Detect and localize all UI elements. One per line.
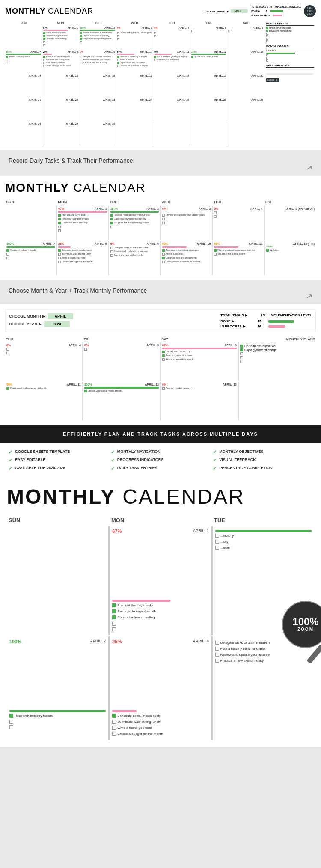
cal-cell-apr17: APRIL, 17 [116,74,153,97]
zcell-apr3: 0% APRIL, 3 Review and update your caree… [161,206,212,240]
cal-cell-empty [116,122,153,145]
goal-checkbox[interactable] [266,57,268,59]
cal-cell-apr2: 100% APRIL, 2 Practice meditation or min… [79,26,116,49]
task-checkbox[interactable] [80,38,82,40]
task-checkbox[interactable] [43,41,45,43]
calendar-grid-row5: APRIL, 28 APRIL, 29 APRIL, 30 [5,122,264,145]
cal-cell-apr29: APRIL, 29 [42,122,79,145]
partial-grid: 0% APRIL, 4 0% APRIL, 5 67% [5,342,316,381]
goal-checkbox[interactable] [266,59,268,62]
large-checkbox[interactable] [215,534,219,538]
cal-cell-apr23: APRIL, 23 [79,98,116,121]
plan-checkbox[interactable] [266,38,268,40]
large-grid-row2: 100% APRIL, 7 Research industry trends 2… [7,636,314,740]
cal-cell-empty [227,122,264,145]
large-checkbox[interactable] [215,641,219,645]
cal-cell-apr20: APRIL, 20 [227,74,264,97]
task-checkbox[interactable] [80,35,82,37]
feature-item-9: ✓ PERCENTAGE COMPLETION [213,466,312,471]
task-checkbox[interactable] [43,32,45,34]
large-zoom-section: MONTHLY CALENDAR SUN MON TUE 67% APRIL, … [0,478,321,747]
large-checkbox[interactable] [112,627,116,631]
large-checkbox[interactable] [9,714,13,718]
large-title: MONTHLY CALENDAR [7,485,314,508]
large-checkbox[interactable] [215,540,219,544]
plan-checkbox[interactable] [266,35,268,37]
plan-checkbox[interactable] [266,27,268,29]
large-day-headers: SUN MON TUE [7,515,314,525]
zcell-apr10: 50% APRIL, 10 Brainstorm marketing strat… [161,241,212,275]
large-checkbox[interactable] [112,609,116,613]
pcell-apr4: 0% APRIL, 4 [5,342,82,381]
calendar-controls: CHOOSE MONTH ▶ APRIL TOTAL TASKS ▶ 29 IM… [205,6,301,17]
plan-checkbox[interactable] [240,360,243,363]
cal-cell-apr26: APRIL, 26 [190,98,227,121]
large-checkbox[interactable] [112,714,116,718]
large-bar [9,710,106,712]
large-checkbox[interactable] [215,659,219,663]
plan-checkbox[interactable] [240,352,243,355]
zcell-empty [5,206,56,240]
controls-bar: CHOOSE MONTH ▶ APRIL CHOOSE YEAR ▶ 2024 … [5,309,316,332]
zoom-circle: 100% ZOOM [282,601,321,648]
feature-item-1: ✓ GOOGLE SHEETS TEMPLATE [9,449,108,455]
zoomed-bar [214,246,238,248]
zcell-apr11: 50% APRIL, 11 Plan a weekend getaway or … [213,241,264,275]
goal-checkbox[interactable] [266,54,268,56]
task-checkbox[interactable] [117,35,119,37]
calendar-grid-row4: APRIL, 21 APRIL, 22 APRIL, 23 APRIL, 24 … [5,98,264,121]
large-checkbox[interactable] [112,615,116,619]
calendar-grid-row3: APRIL, 14 APRIL, 15 APRIL, 16 APRIL, 17 … [5,74,264,97]
zoomed-bar [58,211,107,213]
cal-cell-apr11: 50% APRIL, 11 Plan a weekend getaway or … [153,50,190,73]
pcell-apr12: 100% APRIL, 12 Update your social media … [83,382,160,420]
task-checkbox[interactable] [117,38,119,40]
cal-cell-apr12: 100% APRIL, 12 Update social media profi… [190,50,227,73]
plan-checkbox[interactable] [240,356,243,359]
plan-checkbox[interactable] [266,30,268,32]
feature-item-4: ✓ EASY EDITABLE [9,458,108,463]
progress-bar [191,54,226,55]
choose-year-row: CHOOSE YEAR ▶ 2024 [9,321,73,327]
plan-checkbox[interactable] [266,40,268,42]
pcell-apr5: 0% APRIL, 5 [83,342,160,381]
large-checkbox[interactable] [9,720,13,724]
choose-year-value[interactable]: 2024 [44,321,70,327]
large-checkbox[interactable] [112,726,116,730]
lcell-empty [7,526,108,635]
large-checkbox[interactable] [215,546,219,550]
plan-checkbox[interactable] [266,33,268,35]
large-checkbox[interactable] [112,622,116,626]
plan-checkbox[interactable] [240,345,243,348]
task-checkbox[interactable] [80,32,82,34]
zoomed-title: MONTHLY CALENDAR [5,181,316,195]
birthdays-title: APRIL BIRTHDAYS [266,64,314,68]
lcell-apr2-partial: ...indfully ...city ...mon 100% ZOOM [213,526,314,635]
choose-group: CHOOSE MONTH ▶ APRIL CHOOSE YEAR ▶ 2024 [9,313,73,327]
done-badge: 5/N DONE [266,78,279,82]
task-checkbox[interactable] [43,35,45,37]
choose-month-value[interactable]: APRIL [48,313,73,319]
progress-bar [43,30,68,31]
large-checkbox[interactable] [9,725,13,729]
large-checkbox[interactable] [112,732,116,736]
cal-cell-apr18: APRIL, 18 [153,74,190,97]
task-checkbox[interactable] [117,32,119,34]
large-checkbox[interactable] [215,647,219,651]
large-checkbox[interactable] [112,720,116,724]
large-grid-row1: 67% APRIL, 1 Plan out the day's tasks Re… [7,526,314,635]
zoomed-calendar-section: MONTHLY CALENDAR SUN MON TUE WED THU FRI… [0,176,321,280]
zoomed-bar [110,211,159,213]
task-checkbox[interactable] [80,41,82,43]
large-checkbox[interactable] [112,603,116,607]
partial-layout: THU FRI SAT MONTHLY PLANS 0% APRIL, 4 0% [5,336,316,420]
zoomed-day-headers: SUN MON TUE WED THU FRI [5,199,316,205]
day-headers: SUN MON TUE WED THU FRI SAT [5,21,264,25]
cal-cell-apr16: APRIL, 16 [79,74,116,97]
task-checkbox[interactable] [43,44,45,46]
task-checkbox[interactable] [43,38,45,40]
feature-item-3: ✓ MONTHLY OBJECTIVES [213,449,312,455]
plan-checkbox[interactable] [240,348,243,351]
large-checkbox[interactable] [215,653,219,657]
zcell-apr9: 0% APRIL, 9 Delegate tasks to team membe… [109,241,160,275]
